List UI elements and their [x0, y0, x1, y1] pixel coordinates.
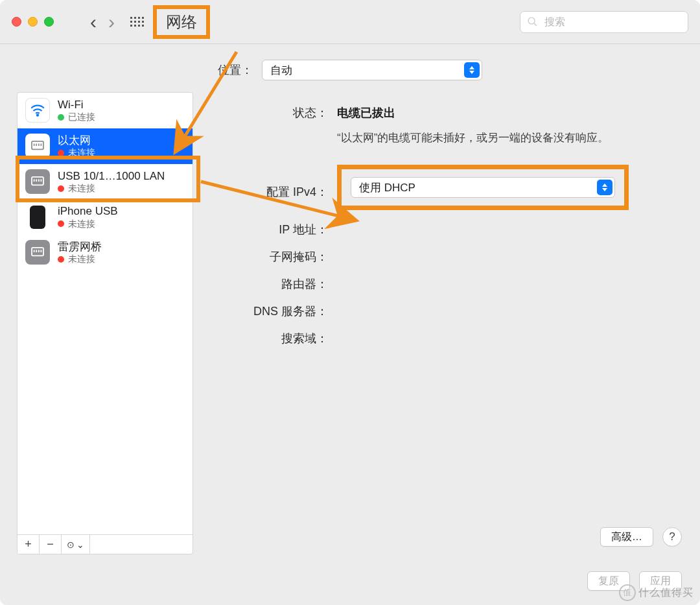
sidebar-item-ethernet[interactable]: 以太网 未连接: [18, 128, 192, 164]
configure-ipv4-label: 配置 IPv4：: [214, 175, 337, 200]
sidebar-item-iphone-usb[interactable]: iPhone USB 未连接: [18, 199, 192, 235]
sidebar-item-wifi[interactable]: Wi-Fi 已连接: [18, 93, 192, 128]
interface-status: 未连接: [68, 254, 95, 265]
pane-title: 网络: [153, 5, 210, 39]
help-button[interactable]: ?: [662, 527, 682, 547]
interface-status: 未连接: [68, 219, 95, 230]
phone-icon: [30, 206, 45, 229]
preferences-window: ‹ › 网络 位置： 自动: [0, 0, 700, 605]
status-label: 状态：: [214, 105, 337, 147]
watermark-icon: 值: [619, 584, 636, 601]
more-options-button[interactable]: ⊙ ⌄: [62, 535, 90, 554]
interface-name: iPhone USB: [58, 204, 118, 218]
interface-status: 未连接: [68, 183, 95, 195]
body: Wi-Fi 已连接 以太网 未连接: [0, 92, 700, 567]
interface-sidebar: Wi-Fi 已连接 以太网 未连接: [17, 92, 193, 554]
search-input[interactable]: [543, 16, 681, 29]
configure-ipv4-value: 使用 DHCP: [359, 180, 415, 195]
ethernet-icon: [25, 134, 50, 158]
dns-label: DNS 服务器：: [214, 303, 337, 319]
detail-panel: 状态： 电缆已拔出 “以太网”的电缆可能未插好，或另一端的设备没有响应。 配置 …: [207, 92, 683, 554]
interface-status: 已连接: [68, 112, 95, 123]
status-description: “以太网”的电缆可能未插好，或另一端的设备没有响应。: [337, 130, 609, 147]
close-button[interactable]: [12, 17, 21, 27]
forward-button: ›: [108, 12, 115, 32]
sidebar-item-usb-lan[interactable]: USB 10/1…1000 LAN 未连接: [18, 164, 192, 200]
back-button[interactable]: ‹: [90, 12, 97, 32]
search-field[interactable]: [520, 11, 688, 33]
svg-line-1: [534, 23, 537, 26]
router-label: 路由器：: [214, 276, 337, 292]
subnet-mask-label: 子网掩码：: [214, 249, 337, 265]
status-dot: [58, 185, 64, 192]
add-interface-button[interactable]: +: [18, 535, 40, 554]
watermark-text: 什么值得买: [638, 586, 694, 600]
chevron-updown-icon: [464, 62, 480, 78]
nav-buttons: ‹ ›: [90, 12, 115, 32]
wifi-icon: [25, 98, 50, 123]
location-label: 位置：: [218, 62, 253, 78]
window-controls: [12, 17, 54, 27]
search-domain-label: 搜索域：: [214, 331, 337, 346]
interface-name: Wi-Fi: [58, 98, 95, 112]
ip-address-label: IP 地址：: [214, 222, 337, 237]
configure-highlight: 使用 DHCP: [337, 165, 629, 210]
status-dot: [58, 150, 64, 156]
sidebar-footer: + − ⊙ ⌄: [18, 534, 192, 554]
location-value: 自动: [270, 63, 292, 78]
status-dot: [58, 114, 64, 121]
ethernet-icon: [25, 169, 50, 194]
show-all-icon[interactable]: [130, 17, 144, 27]
advanced-button[interactable]: 高级…: [600, 527, 653, 547]
interface-name: 雷雳网桥: [58, 240, 102, 254]
svg-point-2: [37, 115, 38, 116]
status-value: 电缆已拔出: [337, 105, 669, 121]
interface-name: 以太网: [58, 134, 95, 147]
remove-interface-button[interactable]: −: [40, 535, 62, 554]
interface-status: 未连接: [68, 147, 95, 159]
interface-list: Wi-Fi 已连接 以太网 未连接: [18, 93, 192, 534]
svg-point-0: [528, 18, 535, 24]
sidebar-item-thunderbolt[interactable]: 雷雳网桥 未连接: [18, 235, 192, 270]
configure-ipv4-select[interactable]: 使用 DHCP: [351, 177, 615, 198]
status-dot: [58, 220, 64, 227]
minimize-button[interactable]: [28, 17, 38, 27]
zoom-button[interactable]: [44, 17, 54, 27]
chevron-updown-icon: [597, 180, 612, 195]
toolbar: ‹ › 网络: [0, 0, 700, 44]
detail-footer: 高级… ?: [600, 527, 682, 547]
location-row: 位置： 自动: [0, 44, 700, 92]
ethernet-icon: [25, 240, 50, 265]
interface-name: USB 10/1…1000 LAN: [58, 169, 165, 183]
watermark: 值 什么值得买: [619, 584, 694, 601]
location-select[interactable]: 自动: [262, 60, 482, 80]
status-dot: [58, 256, 64, 263]
search-icon: [527, 16, 538, 27]
